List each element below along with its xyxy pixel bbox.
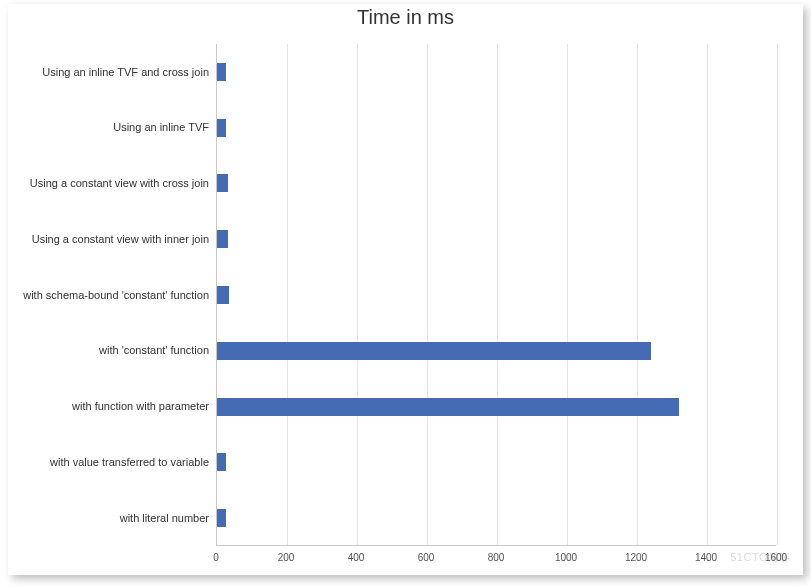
- bar-row: Using an inline TVF: [217, 100, 776, 156]
- bar: [217, 342, 651, 360]
- category-label: Using a constant view with cross join: [17, 177, 217, 190]
- bar: [217, 509, 226, 527]
- bar: [217, 119, 226, 137]
- category-label: Using an inline TVF: [17, 121, 217, 134]
- x-tick-label: 200: [271, 552, 301, 563]
- chart-container: Time in ms Using an inline TVF and cross…: [8, 4, 803, 575]
- category-label: with function with parameter: [17, 400, 217, 413]
- x-tick-label: 1400: [691, 552, 721, 563]
- bar: [217, 286, 229, 304]
- plot-area: Using an inline TVF and cross joinUsing …: [216, 44, 776, 546]
- bar: [217, 63, 226, 81]
- bar-row: with function with parameter: [217, 379, 776, 435]
- bar: [217, 398, 679, 416]
- gridline: [777, 44, 778, 545]
- bar: [217, 453, 226, 471]
- x-tick-label: 1600: [761, 552, 791, 563]
- x-tick-label: 600: [411, 552, 441, 563]
- x-tick-label: 0: [201, 552, 231, 563]
- bar-row: Using a constant view with cross join: [217, 156, 776, 212]
- x-tick-label: 1200: [621, 552, 651, 563]
- category-label: with literal number: [17, 512, 217, 525]
- category-label: with 'constant' function: [17, 344, 217, 357]
- x-tick-label: 400: [341, 552, 371, 563]
- bar-row: with 'constant' function: [217, 323, 776, 379]
- x-tick-label: 1000: [551, 552, 581, 563]
- category-label: with value transferred to variable: [17, 456, 217, 469]
- category-label: Using a constant view with inner join: [17, 233, 217, 246]
- bar-row: with schema-bound 'constant' function: [217, 267, 776, 323]
- chart-title: Time in ms: [8, 6, 803, 29]
- x-tick-label: 800: [481, 552, 511, 563]
- bar-row: with value transferred to variable: [217, 434, 776, 490]
- category-label: with schema-bound 'constant' function: [17, 289, 217, 302]
- bar: [217, 174, 228, 192]
- bar-row: with literal number: [217, 490, 776, 546]
- bar-row: Using a constant view with inner join: [217, 211, 776, 267]
- category-label: Using an inline TVF and cross join: [17, 66, 217, 79]
- bar-row: Using an inline TVF and cross join: [217, 44, 776, 100]
- bar: [217, 230, 228, 248]
